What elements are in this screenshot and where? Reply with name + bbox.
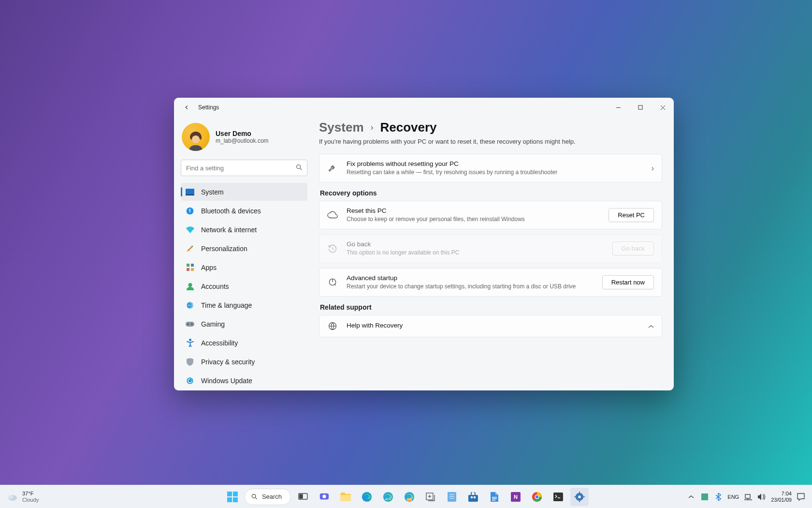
network-tray-icon[interactable] (744, 493, 753, 501)
edge-button[interactable] (358, 488, 376, 506)
reset-pc-card: Reset this PC Choose to keep or remove y… (319, 201, 662, 229)
svg-rect-50 (471, 496, 473, 498)
tray-chevron-icon[interactable] (687, 493, 696, 501)
history-icon (327, 244, 338, 254)
sidebar-item-windows-update[interactable]: Windows Update (181, 372, 307, 389)
notifications-button[interactable] (797, 493, 805, 501)
svg-point-4 (192, 135, 200, 143)
svg-point-18 (191, 323, 193, 325)
chrome-button[interactable] (528, 488, 546, 506)
tray-app-icon[interactable] (700, 493, 709, 501)
task-view-button[interactable] (294, 488, 312, 506)
help-recovery-card[interactable]: Help with Recovery (319, 315, 662, 337)
svg-rect-13 (191, 268, 194, 271)
file-explorer-button[interactable] (336, 488, 355, 506)
svg-line-6 (300, 168, 302, 170)
google-docs-button[interactable] (485, 488, 504, 506)
sidebar-item-bluetooth[interactable]: Bluetooth & devices (181, 202, 307, 220)
card-title: Fix problems without resetting your PC (347, 160, 643, 167)
gamepad-icon (186, 320, 194, 329)
svg-text:CAN: CAN (407, 498, 412, 501)
bluetooth-icon (186, 207, 194, 215)
edge-canary-button[interactable]: CAN (400, 488, 419, 506)
svg-rect-29 (233, 497, 238, 502)
start-button[interactable] (223, 488, 242, 506)
store-button[interactable] (464, 488, 482, 506)
svg-point-5 (297, 165, 301, 169)
svg-rect-45 (448, 492, 456, 502)
sidebar-item-privacy[interactable]: Privacy & security (181, 353, 307, 371)
sidebar-item-label: Gaming (201, 320, 225, 328)
globe-help-icon (327, 321, 338, 331)
sidebar-item-system[interactable]: System (181, 183, 307, 201)
settings-button-taskbar[interactable] (570, 488, 589, 506)
onenote-button[interactable]: N (507, 488, 525, 506)
pinned-app-1[interactable] (421, 488, 440, 506)
sidebar-item-label: Apps (201, 264, 217, 271)
breadcrumb-parent[interactable]: System (319, 120, 364, 135)
svg-point-14 (188, 283, 192, 287)
cloud-icon (7, 492, 18, 502)
svg-rect-63 (579, 492, 580, 494)
user-block[interactable]: User Demo m_lab@outlook.com (181, 121, 307, 160)
clock[interactable]: 7:04 23/01/09 (771, 491, 792, 502)
edge-beta-button[interactable]: BETA (379, 488, 397, 506)
maximize-button[interactable] (629, 98, 652, 117)
tray-bluetooth-icon[interactable] (714, 493, 723, 501)
svg-rect-16 (186, 322, 194, 327)
svg-rect-68 (745, 494, 750, 498)
shield-icon (186, 358, 194, 366)
chevron-up-icon (648, 322, 654, 330)
svg-rect-53 (492, 498, 497, 499)
card-title: Help with Recovery (347, 322, 639, 329)
taskbar: 37°F Cloudy Search BETA CAN N ENG 7:04 (0, 485, 812, 508)
sidebar-item-gaming[interactable]: Gaming (181, 315, 307, 333)
sidebar-item-accounts[interactable]: Accounts (181, 277, 307, 295)
volume-tray-icon[interactable] (757, 493, 766, 501)
card-desc: Resetting can take a while — first, try … (347, 168, 643, 176)
search-input[interactable] (181, 160, 307, 176)
sidebar-item-time-language[interactable]: Time & language (181, 296, 307, 314)
close-button[interactable] (652, 98, 674, 117)
avatar (182, 123, 210, 151)
sidebar-item-apps[interactable]: Apps (181, 258, 307, 276)
sidebar-item-network[interactable]: Network & internet (181, 221, 307, 239)
taskbar-search[interactable]: Search (245, 489, 291, 505)
svg-point-59 (536, 495, 538, 498)
svg-point-30 (252, 494, 256, 498)
nav: System Bluetooth & devices Network & int… (181, 183, 307, 389)
svg-point-19 (189, 339, 191, 341)
minimize-button[interactable] (607, 98, 629, 117)
user-name: User Demo (216, 130, 269, 137)
go-back-card: Go back This option is no longer availab… (319, 234, 662, 263)
restart-now-button[interactable]: Restart now (602, 275, 654, 289)
svg-rect-67 (701, 493, 708, 500)
sidebar-item-label: Accessibility (201, 339, 238, 347)
language-indicator[interactable]: ENG (727, 494, 739, 500)
paintbrush-icon (186, 244, 194, 253)
sidebar-item-personalization[interactable]: Personalization (181, 239, 307, 257)
person-icon (186, 282, 194, 291)
troubleshoot-card[interactable]: Fix problems without resetting your PC R… (319, 154, 662, 182)
svg-rect-26 (227, 492, 232, 496)
sidebar-item-accessibility[interactable]: Accessibility (181, 334, 307, 352)
globe-clock-icon (186, 301, 194, 310)
main-content: System › Recovery If you're having probl… (314, 117, 674, 390)
svg-rect-52 (492, 497, 497, 498)
back-button[interactable] (180, 101, 193, 114)
terminal-button[interactable] (549, 488, 567, 506)
search-label: Search (262, 493, 282, 500)
svg-rect-1 (638, 105, 642, 109)
reset-pc-button[interactable]: Reset PC (609, 208, 654, 222)
weather-widget[interactable]: 37°F Cloudy (0, 491, 39, 502)
svg-rect-51 (474, 496, 476, 498)
chat-button[interactable] (315, 488, 334, 506)
weather-cond: Cloudy (22, 497, 39, 503)
svg-rect-33 (300, 494, 303, 498)
sidebar: User Demo m_lab@outlook.com System Bluet… (174, 117, 314, 390)
card-desc: Restart your device to change startup se… (347, 283, 594, 290)
notepad-button[interactable] (443, 488, 461, 506)
svg-rect-64 (579, 500, 580, 502)
settings-window: Settings User Demo m_lab@outlook.com (174, 98, 674, 390)
svg-rect-12 (187, 268, 189, 271)
